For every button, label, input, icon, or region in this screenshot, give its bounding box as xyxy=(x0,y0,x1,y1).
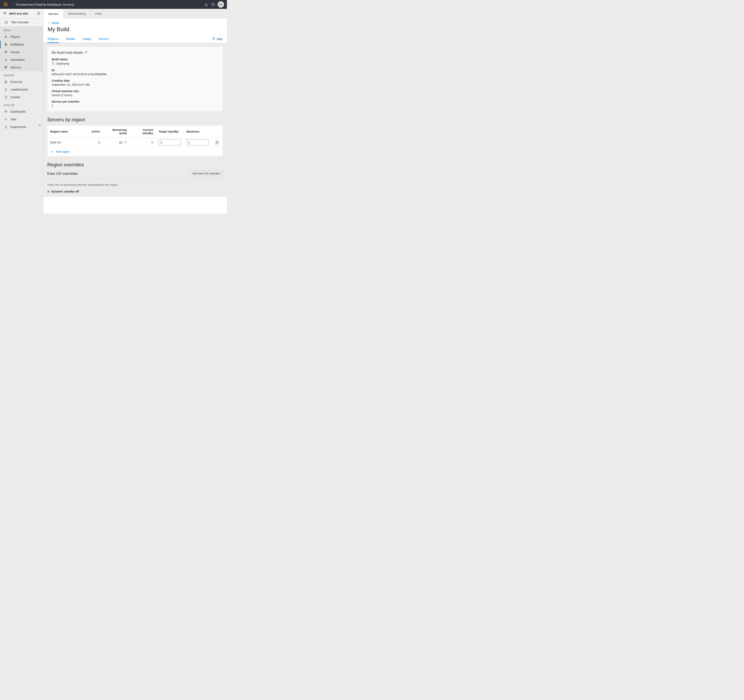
addons-icon xyxy=(4,66,7,69)
notifications-icon[interactable] xyxy=(203,1,210,8)
sidebar-item-data[interactable]: Data xyxy=(0,115,43,123)
maximum-input[interactable] xyxy=(186,139,208,146)
sidebar-item-label: Data xyxy=(10,118,16,121)
sidebar-item-leaderboards[interactable]: Leaderboards xyxy=(0,86,43,93)
svg-rect-22 xyxy=(5,51,7,52)
sidebar-item-label: Title Overview xyxy=(11,21,28,24)
edit-overrides-button[interactable]: Edit East US overrides xyxy=(189,170,223,177)
th-region: Region name xyxy=(48,125,87,138)
breadcrumb-builds[interactable]: Builds xyxy=(43,18,227,25)
sidebar-item-content[interactable]: Content xyxy=(0,93,43,101)
cell-standby: 0 xyxy=(129,138,156,147)
sub-tabs: Regions Details Usage Servers Help xyxy=(43,34,227,43)
target-standby-input[interactable] xyxy=(159,139,181,146)
sidebar-header: MPS test title xyxy=(0,9,43,18)
breadcrumb-label: Builds xyxy=(52,21,60,25)
svg-point-10 xyxy=(5,13,6,13)
th-active: Active xyxy=(87,125,103,138)
servers-per-machine-value: 1 xyxy=(52,104,219,107)
cell-target xyxy=(156,138,184,147)
avatar[interactable]: RA xyxy=(218,1,224,7)
players-icon xyxy=(4,35,7,39)
th-max: Maximum xyxy=(184,125,211,138)
tab-party[interactable]: Party xyxy=(90,9,107,18)
servers-by-region-title: Servers by region xyxy=(47,117,223,122)
sidebar-item-dashboards[interactable]: Dashboards xyxy=(0,108,43,115)
svg-point-12 xyxy=(3,13,4,14)
subtab-servers[interactable]: Servers xyxy=(98,37,109,43)
economy-icon xyxy=(4,80,7,84)
sidebar-item-multiplayer[interactable]: Multiplayer xyxy=(0,41,43,48)
svg-point-5 xyxy=(4,12,5,13)
top-tabs: Servers Matchmaking Party xyxy=(43,9,227,18)
svg-point-8 xyxy=(3,13,4,13)
cell-region: East US xyxy=(48,138,87,147)
info-icon[interactable] xyxy=(124,141,127,144)
sidebar-item-label: Groups xyxy=(10,51,20,54)
playfab-logo-icon xyxy=(3,2,8,7)
build-status-value: Deploying xyxy=(56,62,69,65)
svg-rect-24 xyxy=(4,66,6,67)
app-glyph-icon xyxy=(3,12,7,16)
sidebar-item-addons[interactable]: Add-ons xyxy=(0,64,43,71)
svg-point-11 xyxy=(6,13,6,13)
add-region-button[interactable]: Add region xyxy=(48,147,223,156)
sidebar-item-economy[interactable]: Economy xyxy=(0,78,43,86)
sidebar-item-label: Automation xyxy=(10,58,25,61)
sidebar-item-label: Add-ons xyxy=(10,66,21,69)
chart-icon xyxy=(4,21,8,24)
dynamic-standby-label: Dynamic standby off xyxy=(51,190,79,193)
sidebar-item-label: Economy xyxy=(10,80,22,83)
table-row: East US 0 50 0 xyxy=(48,138,223,147)
subtab-usage[interactable]: Usage xyxy=(82,37,91,43)
main: Servers Matchmaking Party Builds My Buil… xyxy=(43,9,227,214)
sidebar-item-players[interactable]: Players xyxy=(0,33,43,41)
svg-rect-26 xyxy=(4,68,6,69)
sidebar-section-engage: ENGAGE xyxy=(0,71,43,78)
sidebar-section-analyze: ANALYZE xyxy=(0,101,43,108)
east-overrides-title: East US overrides xyxy=(47,171,78,176)
add-region-label: Add region xyxy=(56,150,70,153)
regions-table: Region name Active Remaining quota Curre… xyxy=(47,125,223,156)
vm-size-label: Virtual machine size xyxy=(52,89,219,93)
sidebar-item-label: Players xyxy=(10,35,20,39)
sidebar-item-label: Multiplayer xyxy=(10,43,24,46)
dashboards-icon xyxy=(4,110,7,113)
svg-point-29 xyxy=(5,118,6,120)
svg-point-18 xyxy=(5,36,6,37)
no-overrides-message: There are no upcoming overrides schedule… xyxy=(47,183,223,186)
sidebar-item-groups[interactable]: Groups xyxy=(0,48,43,56)
svg-point-7 xyxy=(6,12,6,13)
sidebar-item-overview[interactable]: Title Overview xyxy=(0,18,43,26)
topbar-title: Thunderhead (PlayFab Multiplayer Servers… xyxy=(15,3,74,6)
cell-quota: 50 xyxy=(103,138,129,147)
delete-region-button[interactable] xyxy=(214,140,220,145)
sidebar-item-automation[interactable]: Automation xyxy=(0,56,43,64)
globe-icon xyxy=(4,43,7,46)
help-link[interactable]: Help xyxy=(212,37,222,43)
subtab-details[interactable]: Details xyxy=(66,37,75,43)
refresh-icon xyxy=(52,62,55,66)
creation-date-label: Creation date xyxy=(52,79,219,82)
edit-icon[interactable] xyxy=(85,51,88,55)
svg-point-14 xyxy=(5,13,6,14)
status-dot-icon xyxy=(47,191,49,192)
sidebar-item-experiments[interactable]: Experiments xyxy=(0,123,43,131)
svg-point-16 xyxy=(38,13,39,14)
sidebar: MPS test title Title Overview BUILD Play… xyxy=(0,9,43,214)
subtab-regions[interactable]: Regions xyxy=(48,37,59,43)
svg-point-6 xyxy=(5,12,6,13)
region-overrides-title: Region overrides xyxy=(47,162,223,168)
svg-rect-25 xyxy=(6,66,7,67)
collapse-sidebar-icon[interactable] xyxy=(38,124,42,127)
svg-point-1 xyxy=(5,4,6,5)
cell-max xyxy=(184,138,211,147)
tab-servers[interactable]: Servers xyxy=(43,9,63,18)
sidebar-item-label: Leaderboards xyxy=(10,88,28,91)
tab-matchmaking[interactable]: Matchmaking xyxy=(63,9,90,18)
topbar-divider xyxy=(13,2,13,7)
build-details-title: My Build build details xyxy=(52,51,219,55)
svg-point-15 xyxy=(6,13,6,14)
help-icon[interactable] xyxy=(210,1,216,8)
gear-icon[interactable] xyxy=(37,12,40,15)
